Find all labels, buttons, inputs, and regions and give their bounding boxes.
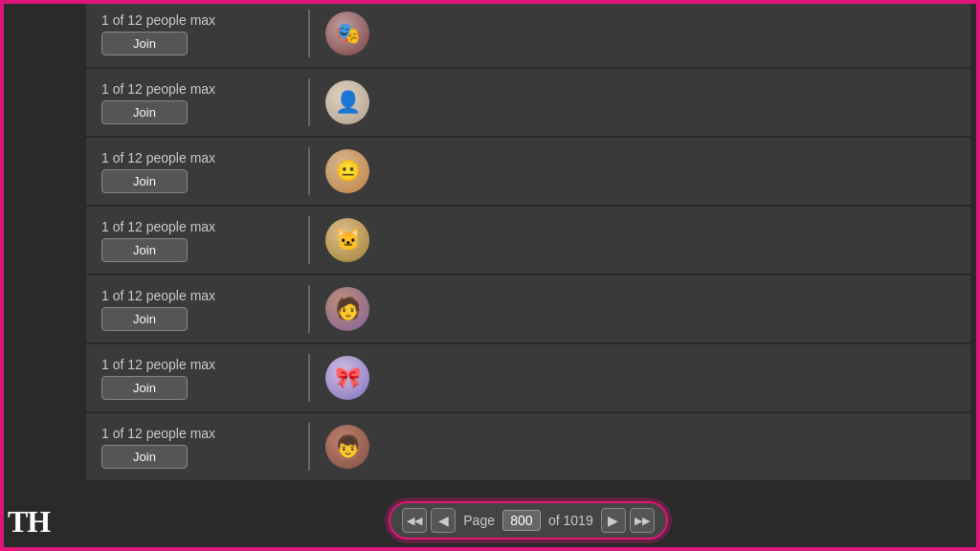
avatar: 👦 xyxy=(325,425,369,469)
row-divider xyxy=(308,354,310,402)
row-divider xyxy=(308,216,310,264)
join-button[interactable]: Join xyxy=(101,307,188,331)
main-container: 1 of 12 people max Join 🎭 1 of 12 people… xyxy=(86,0,970,551)
avatar: 🎀 xyxy=(325,356,369,400)
people-count: 1 of 12 people max xyxy=(101,150,293,165)
server-row: 1 of 12 people max Join 🎭 xyxy=(86,0,970,69)
server-row: 1 of 12 people max Join 👤 xyxy=(86,69,970,138)
people-count: 1 of 12 people max xyxy=(101,12,293,28)
server-info: 1 of 12 people max Join xyxy=(101,150,293,193)
avatar: 😐 xyxy=(325,149,369,193)
join-button[interactable]: Join xyxy=(101,32,188,55)
row-divider xyxy=(308,285,310,333)
page-number-input[interactable] xyxy=(502,510,541,531)
page-of-label: of 1019 xyxy=(548,513,593,528)
avatar: 🧑 xyxy=(325,287,369,331)
row-divider xyxy=(308,147,310,195)
join-button[interactable]: Join xyxy=(101,100,188,124)
server-info: 1 of 12 people max Join xyxy=(101,357,293,400)
next-page-button[interactable]: ▶ xyxy=(601,508,626,533)
join-button[interactable]: Join xyxy=(101,376,188,400)
avatar: 🎭 xyxy=(325,11,369,55)
server-row: 1 of 12 people max Join 🧑 xyxy=(86,276,970,344)
join-button[interactable]: Join xyxy=(101,238,188,262)
server-info: 1 of 12 people max Join xyxy=(101,426,293,469)
join-button[interactable]: Join xyxy=(101,169,188,193)
avatar: 👤 xyxy=(325,80,369,124)
join-button[interactable]: Join xyxy=(101,445,188,469)
server-info: 1 of 12 people max Join xyxy=(101,81,293,124)
row-divider xyxy=(308,423,310,471)
server-row: 1 of 12 people max Join 🐱 xyxy=(86,207,970,276)
first-page-button[interactable]: ◀◀ xyxy=(402,508,427,533)
page-label: Page xyxy=(463,513,495,528)
pagination-wrapper: ◀◀ ◀ Page of 1019 ▶ ▶▶ xyxy=(389,501,667,540)
pagination-bar: ◀◀ ◀ Page of 1019 ▶ ▶▶ xyxy=(86,492,970,551)
avatar: 🐱 xyxy=(325,218,369,262)
server-row: 1 of 12 people max Join 🎀 xyxy=(86,344,970,413)
last-page-button[interactable]: ▶▶ xyxy=(630,508,655,533)
server-row: 1 of 12 people max Join 😐 xyxy=(86,138,970,207)
people-count: 1 of 12 people max xyxy=(101,219,293,234)
people-count: 1 of 12 people max xyxy=(101,81,293,97)
server-row: 1 of 12 people max Join 👦 xyxy=(86,413,970,482)
row-divider xyxy=(308,10,310,57)
server-info: 1 of 12 people max Join xyxy=(101,219,293,262)
row-divider xyxy=(308,78,310,126)
people-count: 1 of 12 people max xyxy=(101,357,293,372)
logo: TH xyxy=(8,504,50,540)
prev-page-button[interactable]: ◀ xyxy=(431,508,456,533)
server-info: 1 of 12 people max Join xyxy=(101,288,293,331)
server-list: 1 of 12 people max Join 🎭 1 of 12 people… xyxy=(86,0,970,492)
people-count: 1 of 12 people max xyxy=(101,288,293,303)
server-info: 1 of 12 people max Join xyxy=(101,12,293,55)
people-count: 1 of 12 people max xyxy=(101,426,293,441)
